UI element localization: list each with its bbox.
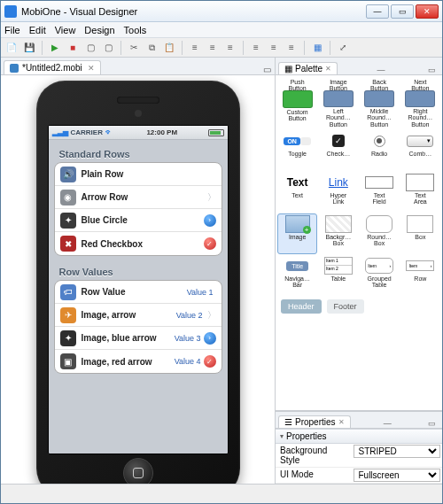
- palette-item[interactable]: Text Field: [360, 172, 400, 213]
- row-label: Image, arrow: [82, 310, 176, 320]
- expand-icon[interactable]: ⤢: [336, 41, 350, 55]
- property-value-select[interactable]: Fullscreen: [354, 469, 440, 482]
- align-left-icon[interactable]: ≡: [188, 41, 202, 55]
- list-row[interactable]: 🏷 Row Value Value 1: [55, 281, 222, 304]
- stop-icon[interactable]: ■: [66, 41, 80, 55]
- tab-close-icon[interactable]: ✕: [88, 64, 95, 73]
- palette-header-widget[interactable]: Header: [281, 299, 322, 314]
- close-button[interactable]: ✕: [416, 4, 439, 19]
- palette-item[interactable]: Backgr… Box: [318, 213, 358, 254]
- palette-item-label: Row: [414, 275, 426, 282]
- palette-min-icon[interactable]: —: [377, 66, 385, 74]
- list-row[interactable]: ✖ Red Checkbox ✓: [55, 232, 222, 255]
- palette-item[interactable]: Text Area: [400, 172, 440, 213]
- palette-item-label: Text Area: [414, 192, 427, 205]
- grid-icon[interactable]: ▦: [310, 41, 324, 55]
- home-button[interactable]: [123, 458, 153, 484]
- property-key: Background Style: [276, 444, 352, 467]
- align-bot-icon[interactable]: ≡: [284, 41, 299, 55]
- properties-max-icon[interactable]: ▭: [428, 419, 436, 428]
- row-icon: ◉: [60, 190, 76, 205]
- palette-item[interactable]: ▾Comb…: [400, 130, 440, 171]
- phone-frame: ▂▃▅ CARRIER ᯤ 12:00 PM Standard Rows 🔊: [36, 81, 240, 484]
- design-canvas[interactable]: ▂▃▅ CARRIER ᯤ 12:00 PM Standard Rows 🔊: [1, 75, 275, 484]
- palette-item-label: Round… Box: [367, 234, 392, 247]
- palette-item[interactable]: Next Button: [400, 77, 440, 88]
- palette-item[interactable]: Middle Round… Button: [360, 89, 400, 129]
- palette-item-label: Left Round… Button: [326, 108, 351, 128]
- list-row[interactable]: ◉ Arrow Row 〉: [55, 186, 222, 209]
- save-icon[interactable]: 💾: [22, 41, 36, 55]
- palette-item[interactable]: Radio: [360, 130, 400, 171]
- palette-item[interactable]: Item 1Item 2Table: [318, 255, 358, 296]
- align-right-icon[interactable]: ≡: [223, 41, 237, 55]
- row-icon: 🔊: [60, 167, 76, 182]
- align-center-icon[interactable]: ≡: [206, 41, 220, 55]
- menu-design[interactable]: Design: [84, 25, 114, 35]
- palette-tab[interactable]: ▦ Palette ✕: [278, 62, 338, 74]
- palette-item[interactable]: Round… Box: [360, 213, 400, 254]
- palette-item[interactable]: ON Toggle: [277, 130, 317, 171]
- list-row[interactable]: ▣ Image, red arrow Value 4 ✓: [55, 350, 222, 373]
- palette-item-label: Comb…: [409, 151, 432, 157]
- paste-icon[interactable]: 📋: [162, 41, 176, 55]
- properties-tab[interactable]: ☰ Properties ✕: [278, 415, 351, 428]
- list-row[interactable]: ✈ Image, arrow Value 2 〉: [55, 304, 222, 327]
- phone-screen[interactable]: ▂▃▅ CARRIER ᯤ 12:00 PM Standard Rows 🔊: [48, 125, 229, 454]
- menu-tools[interactable]: Tools: [124, 25, 147, 35]
- properties-min-icon[interactable]: —: [384, 419, 392, 428]
- editor-tab[interactable]: *Untitled2.mobi ✕: [4, 60, 101, 74]
- menu-view[interactable]: View: [55, 25, 76, 35]
- cut-icon[interactable]: ✂: [127, 41, 141, 55]
- disclosure-blue-icon: ›: [204, 332, 216, 345]
- emulator-icon[interactable]: ▢: [83, 41, 97, 55]
- emulator2-icon[interactable]: ▢: [101, 41, 115, 55]
- palette-item[interactable]: Back Button: [360, 77, 400, 88]
- list-row[interactable]: 🔊 Plain Row: [55, 163, 222, 186]
- row-value: Value 2: [176, 311, 203, 320]
- row-icon: 🏷: [60, 284, 76, 300]
- minimize-button[interactable]: —: [366, 4, 389, 19]
- palette-max-icon[interactable]: ▭: [428, 66, 436, 74]
- palette-item[interactable]: Left Round… Button: [318, 89, 358, 129]
- palette-item[interactable]: Right Round… Button: [400, 89, 440, 129]
- row-label: Image, red arrow: [82, 357, 175, 367]
- row-label: Blue Circle: [82, 215, 204, 225]
- palette-panel: Push ButtonImage ButtonBack ButtonNext B…: [276, 75, 442, 410]
- editor-max-icon[interactable]: ▭: [263, 65, 271, 74]
- palette-item[interactable]: +Image: [277, 213, 317, 254]
- palette-item[interactable]: Push Button: [277, 77, 317, 88]
- menu-edit[interactable]: Edit: [29, 25, 46, 35]
- align-top-icon[interactable]: ≡: [249, 41, 263, 55]
- menubar: File Edit View Design Tools: [1, 22, 442, 38]
- list-row[interactable]: ✦ Blue Circle ›: [55, 209, 222, 232]
- palette-item[interactable]: Custom Button: [277, 89, 317, 129]
- property-value-select[interactable]: STRIPED: [354, 445, 440, 458]
- properties-group-header[interactable]: Properties: [276, 429, 442, 444]
- palette-item-label: Right Round… Button: [408, 108, 433, 128]
- status-strip: [1, 484, 442, 503]
- list-row[interactable]: ✦ Image, blue arrow Value 3 ›: [55, 327, 222, 350]
- palette-item[interactable]: TitleNaviga… Bar: [277, 255, 317, 296]
- app-icon: [4, 5, 17, 18]
- align-mid-icon[interactable]: ≡: [267, 41, 281, 55]
- maximize-button[interactable]: ▭: [391, 4, 414, 19]
- palette-item[interactable]: Item›Grouped Table: [360, 255, 400, 296]
- palette-item-label: Check…: [326, 151, 350, 157]
- palette-item[interactable]: TextText: [277, 172, 317, 213]
- palette-item[interactable]: LinkHyper Link: [318, 172, 358, 213]
- run-icon[interactable]: ▶: [48, 41, 62, 55]
- property-row: Background StyleSTRIPED: [276, 444, 442, 468]
- row-icon: ▣: [60, 353, 76, 369]
- new-icon[interactable]: 📄: [4, 41, 19, 55]
- group-standard: 🔊 Plain Row ◉ Arrow Row 〉 ✦: [54, 162, 222, 256]
- palette-footer-widget[interactable]: Footer: [327, 299, 364, 314]
- palette-item[interactable]: Box: [400, 213, 440, 254]
- palette-item[interactable]: Image Button: [318, 77, 358, 88]
- titlebar: MobiOne - Visual Designer — ▭ ✕: [1, 1, 442, 22]
- palette-item[interactable]: Item›Row: [400, 255, 440, 296]
- row-icon: ✦: [60, 330, 76, 346]
- menu-file[interactable]: File: [4, 25, 20, 35]
- copy-icon[interactable]: ⧉: [144, 41, 159, 55]
- palette-item[interactable]: ✓Check…: [318, 130, 358, 171]
